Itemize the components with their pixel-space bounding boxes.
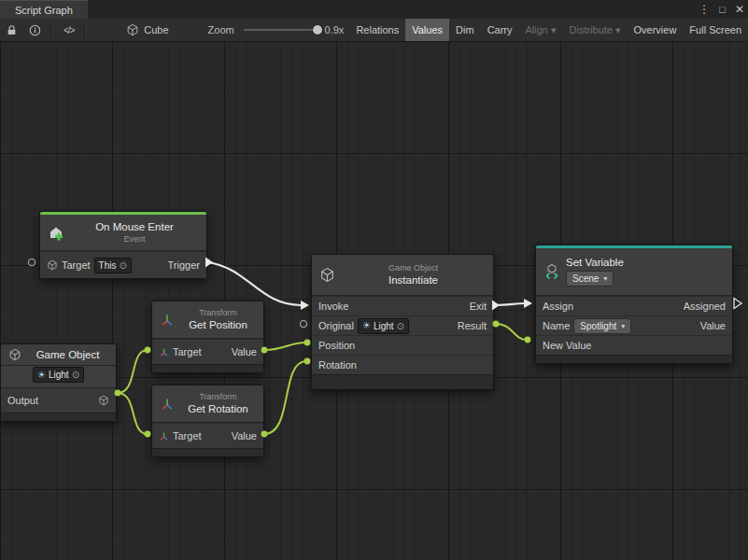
button-label: Overview	[634, 24, 677, 35]
getposition-target-port[interactable]	[145, 347, 151, 354]
wire-output-to-getposition-target[interactable]	[118, 350, 148, 393]
overview-button[interactable]: Overview	[628, 19, 684, 41]
target-object-field[interactable]: This ⊙	[94, 258, 132, 273]
node-category: Game Object	[341, 263, 486, 273]
node-get-rotation[interactable]: Transform Get Rotation Target Value	[151, 385, 264, 457]
target-port-label: Target	[62, 259, 91, 271]
light-icon: ☀	[362, 321, 371, 330]
node-category: Transform	[180, 308, 256, 318]
values-button[interactable]: Values	[405, 19, 449, 41]
wire-output-to-getrotation-target[interactable]	[118, 393, 148, 434]
value-port-label: Value	[232, 430, 257, 441]
cube-icon	[126, 23, 139, 36]
onmouseenter-target-port[interactable]	[28, 259, 35, 265]
align-button[interactable]: Align ▾	[519, 19, 563, 41]
lock-icon[interactable]	[0, 19, 23, 41]
toolbar-separator	[51, 23, 53, 37]
wire-result-to-new-value[interactable]	[496, 324, 527, 340]
fullscreen-button[interactable]: Full Screen	[683, 19, 748, 41]
instantiate-rotation-port[interactable]	[304, 358, 311, 365]
graph-owner-label: Cube	[144, 24, 168, 35]
target-port-label: Target	[173, 346, 202, 357]
distribute-button[interactable]: Distribute ▾	[563, 19, 628, 41]
kebab-menu-icon[interactable]: ⋮	[699, 4, 710, 15]
node-category: Transform	[180, 392, 256, 402]
wire-position-value[interactable]	[264, 343, 306, 350]
node-get-position[interactable]: Transform Get Position Target Value	[151, 301, 264, 373]
game-object-type-icon	[47, 259, 58, 271]
window-title-bar: Script Graph ⋮ □ ✕	[0, 0, 748, 20]
cube-icon	[319, 267, 335, 283]
object-picker-icon[interactable]: ⊙	[397, 321, 404, 331]
assigned-port-label: Assigned	[684, 301, 726, 312]
caret-down-icon: ▾	[551, 24, 557, 36]
toolbar-separator	[84, 23, 86, 37]
invoke-input-arrow-icon[interactable]	[301, 301, 309, 310]
info-icon-glyph	[29, 24, 41, 36]
original-port-label: Original	[318, 320, 354, 331]
node-set-variable[interactable]: Set Variable Scene ▾ Assign Assigned Nam…	[535, 245, 733, 364]
value-port-label: Value	[700, 320, 726, 331]
caret-down-icon: ▾	[603, 274, 607, 283]
original-object-field[interactable]: ☀ Light ⊙	[358, 318, 409, 334]
node-footer	[152, 448, 263, 456]
setvariable-newvalue-port[interactable]	[525, 337, 531, 343]
object-picker-icon[interactable]: ⊙	[119, 260, 126, 271]
zoom-slider-handle[interactable]	[313, 25, 322, 35]
info-icon[interactable]	[23, 19, 47, 41]
caret-down-icon: ▾	[615, 24, 621, 36]
object-field-value: Light	[49, 370, 69, 380]
node-title: Set Variable	[566, 257, 624, 268]
assigned-output-port[interactable]	[734, 299, 741, 309]
object-picker-icon[interactable]: ⊙	[72, 370, 79, 380]
code-icon: </>	[64, 25, 74, 35]
node-on-mouse-enter[interactable]: On Mouse Enter Event Target This ⊙ Trigg…	[39, 211, 207, 279]
relations-button[interactable]: Relations	[349, 19, 405, 41]
graph-canvas[interactable]: On Mouse Enter Event Target This ⊙ Trigg…	[0, 41, 748, 560]
getrotation-target-port[interactable]	[145, 431, 151, 438]
invoke-port-label: Invoke	[318, 301, 348, 312]
node-game-object-light[interactable]: Game Object ☀ Light ⊙ Output	[0, 343, 117, 422]
object-field-value: Light	[374, 321, 394, 331]
tab-label: Script Graph	[15, 5, 73, 16]
assign-input-arrow-icon[interactable]	[524, 299, 532, 308]
maximize-icon[interactable]: □	[719, 5, 726, 15]
variable-scope-dropdown[interactable]: Scene ▾	[566, 271, 614, 287]
carry-button[interactable]: Carry	[481, 19, 519, 41]
exit-port-label: Exit	[470, 301, 487, 312]
button-label: Values	[412, 24, 443, 35]
game-object-type-icon	[98, 395, 109, 406]
node-footer	[152, 364, 263, 372]
wire-rotation-value[interactable]	[264, 361, 306, 434]
transform-type-icon	[159, 431, 169, 441]
target-port-label: Target	[173, 430, 202, 441]
variable-name-dropdown[interactable]: Spotlight ▾	[573, 318, 631, 334]
dropdown-value: Scene	[572, 273, 599, 284]
node-title: Game Object	[27, 348, 108, 361]
zoom-slider[interactable]	[244, 29, 318, 31]
on-mouse-enter-icon	[48, 224, 64, 241]
assign-port-label: Assign	[543, 301, 573, 312]
instantiate-position-port[interactable]	[304, 340, 311, 346]
node-title: Get Rotation	[180, 402, 256, 415]
node-title: On Mouse Enter	[70, 220, 199, 233]
wire-exit-to-assign[interactable]	[496, 303, 525, 305]
trigger-port-label: Trigger	[168, 259, 200, 271]
light-object-field[interactable]: ☀ Light ⊙	[33, 367, 84, 383]
transform-type-icon	[159, 347, 169, 357]
result-port-label: Result	[458, 320, 487, 331]
graph-owner[interactable]: Cube	[126, 23, 168, 36]
node-title: Instantiate	[341, 273, 486, 287]
transform-icon	[160, 313, 175, 328]
close-icon[interactable]: ✕	[735, 4, 744, 15]
instantiate-original-port[interactable]	[300, 320, 306, 327]
wire-trigger-to-invoke[interactable]	[207, 262, 301, 305]
tab-script-graph[interactable]: Script Graph	[0, 0, 88, 20]
node-instantiate[interactable]: Game Object Instantiate Invoke Exit Orig…	[311, 254, 494, 390]
rotation-port-label: Rotation	[318, 359, 357, 371]
button-label: Relations	[356, 24, 399, 35]
edit-script-icon[interactable]: </>	[58, 19, 79, 41]
value-port-label: Value	[232, 346, 257, 357]
node-footer	[1, 413, 116, 421]
dim-button[interactable]: Dim	[449, 19, 481, 41]
